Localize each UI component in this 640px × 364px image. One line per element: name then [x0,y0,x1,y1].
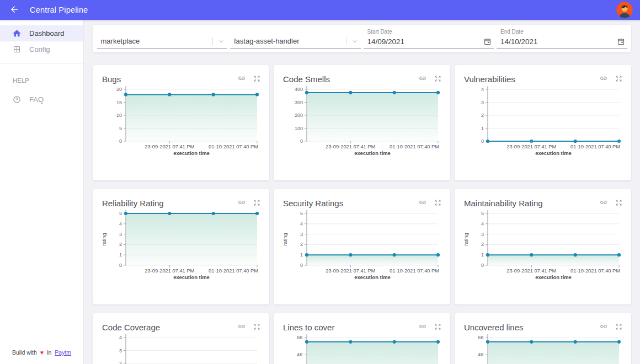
svg-text:rating: rating [463,233,469,245]
sidebar-item-label: Dashboard [29,29,65,38]
sidebar-item-label: Config [29,45,50,53]
chart-expand-button[interactable] [434,323,442,331]
start-date-field[interactable]: Start Date 14/09/2021 [364,29,494,49]
svg-text:rating: rating [282,233,288,245]
svg-text:0: 0 [300,138,303,144]
svg-text:2: 2 [119,361,122,364]
svg-text:23-09-2021 07:41 PM: 23-09-2021 07:41 PM [506,268,556,274]
svg-text:20: 20 [116,87,122,92]
svg-text:15: 15 [116,100,122,105]
calendar-icon[interactable] [617,38,627,46]
chart-expand-button[interactable] [434,199,442,207]
chart-actions [418,75,442,83]
link-icon [238,199,246,208]
end-date-label: End Date [497,29,627,35]
svg-text:100: 100 [295,126,303,131]
chart-title: Bugs [102,74,121,84]
end-date-field[interactable]: End Date 14/10/2021 [497,29,627,49]
chart-card-reliability-rating: Reliability Rating01234523-09-2021 07:41… [93,189,269,304]
chart-card-vulnerabilities: Vulnerabilities0123423-09-2021 07:41 PM0… [455,65,631,180]
svg-text:1: 1 [300,252,303,258]
link-icon [419,323,426,332]
start-date-label: Start Date [364,29,494,35]
svg-text:400: 400 [295,87,303,92]
chart-expand-button[interactable] [615,323,623,331]
chart-link-button[interactable] [237,199,246,207]
svg-text:4: 4 [119,335,122,340]
svg-text:23-09-2021 07:41 PM: 23-09-2021 07:41 PM [145,144,194,149]
chart-grid: Bugs0510152023-09-2021 07:41 PM01-10-202… [93,65,631,364]
back-button[interactable] [7,3,22,17]
chart-expand-button[interactable] [615,199,623,207]
expand-icon [615,75,622,84]
chart-actions [599,199,623,207]
end-date-value: 14/10/2021 [497,38,538,46]
svg-text:01-10-2021 07:40 PM: 01-10-2021 07:40 PM [570,268,620,274]
chart-actions [599,75,623,83]
svg-text:4: 4 [119,221,122,227]
app-title: Central Pipeline [30,6,88,14]
question-circle-icon [12,95,22,104]
chart-expand-button[interactable] [253,75,261,83]
chart-title: Uncovered lines [464,323,524,332]
link-icon [419,74,426,84]
chart-actions [418,323,442,331]
chart-link-button[interactable] [418,199,426,207]
paytm-link[interactable]: Paytm [55,349,71,356]
svg-text:4: 4 [481,87,484,92]
chart-title: Reliability Rating [102,199,164,208]
expand-icon [434,75,441,84]
sidebar-item-faq[interactable]: FAQ [0,92,83,108]
start-date-value: 14/09/2021 [364,38,405,46]
svg-text:execution time: execution time [173,150,210,156]
chart-link-button[interactable] [599,199,607,207]
svg-text:4K: 4K [478,352,484,357]
svg-text:01-10-2021 07:40 PM: 01-10-2021 07:40 PM [390,268,439,274]
filter-bar: marketplace fastag-asset-handler Start D… [93,25,631,52]
svg-text:01-10-2021 07:40 PM: 01-10-2021 07:40 PM [209,144,258,149]
svg-text:3: 3 [119,232,122,237]
service-select[interactable]: fastag-asset-handler [230,32,361,49]
chart-link-button[interactable] [237,75,246,83]
chart-card-code-coverage: Code Coverage0123423-09-2021 07:41 PM01-… [93,313,269,364]
chart-expand-button[interactable] [253,323,261,331]
chart-link-button[interactable] [418,75,426,83]
chart-expand-button[interactable] [434,75,442,83]
chart-card-uncovered-lines: Uncovered lines02K4K6K23-09-2021 07:41 P… [455,313,631,364]
chart-card-bugs: Bugs0510152023-09-2021 07:41 PM01-10-202… [93,65,269,180]
chart-plot: 02K4K6K23-09-2021 07:41 PM01-10-2021 07:… [274,332,450,364]
chart-title: Maintainability Rating [464,199,543,208]
chart-title: Lines to cover [283,323,334,332]
svg-text:4: 4 [481,221,484,227]
svg-text:execution time: execution time [535,150,572,156]
project-select[interactable]: marketplace [97,32,228,49]
chart-plot: 010020030040023-09-2021 07:41 PM01-10-20… [274,84,450,172]
svg-text:2: 2 [300,242,303,247]
chart-expand-button[interactable] [615,75,623,83]
chart-actions [237,75,261,83]
svg-text:3: 3 [481,100,484,105]
sidebar-item-dashboard[interactable]: Dashboard [0,25,83,41]
chart-plot: 01234523-09-2021 07:41 PM01-10-2021 07:4… [93,208,269,296]
chart-expand-button[interactable] [253,199,261,207]
chart-link-button[interactable] [418,323,426,331]
chevron-down-icon [346,38,361,45]
svg-text:0: 0 [119,263,122,268]
sidebar-footer: Build with ♥ in Paytm [0,349,83,356]
link-icon [600,323,607,332]
svg-text:200: 200 [295,113,303,118]
svg-text:3: 3 [481,232,484,237]
chart-link-button[interactable] [237,323,246,331]
sidebar-item-config[interactable]: Config [0,41,83,57]
chart-actions [599,323,623,331]
expand-icon [434,199,441,208]
sidebar: Dashboard Config HELP FAQ Build with ♥ i… [0,20,84,364]
arrow-left-icon [9,4,19,16]
user-avatar[interactable] [616,2,633,18]
chart-link-button[interactable] [599,75,607,83]
footer-text: in [47,349,51,356]
chart-link-button[interactable] [599,323,607,331]
svg-text:1: 1 [481,252,484,258]
calendar-icon[interactable] [483,38,494,46]
svg-text:3: 3 [119,348,122,354]
